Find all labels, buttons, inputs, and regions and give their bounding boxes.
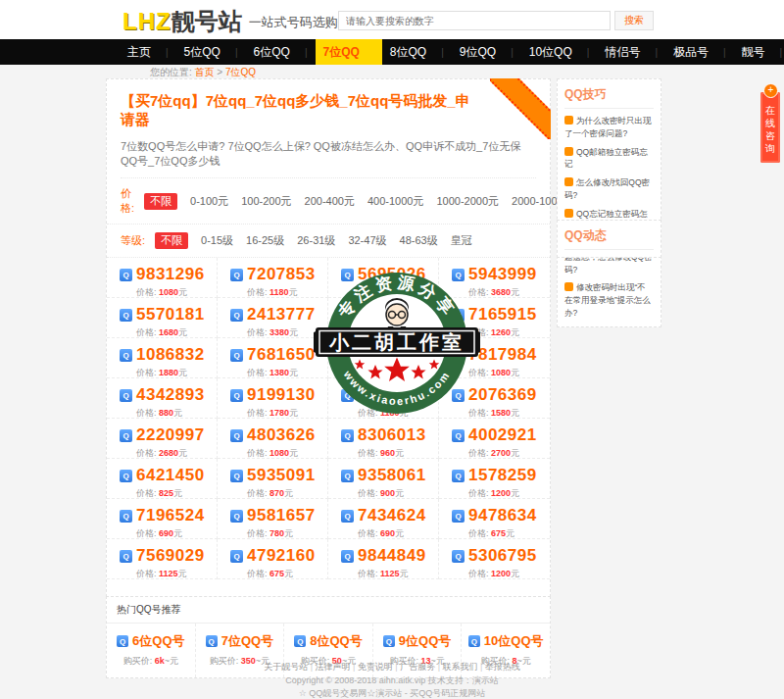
qq-number-card[interactable]: Q 2076369 价格: 1580元 [439,378,550,419]
price-label: 价格: [468,569,489,578]
qq-number: 9358061 [358,466,426,485]
nav-item[interactable]: 极品号 [665,39,734,65]
nav-item[interactable]: 7位QQ [316,39,382,65]
hot-card-name: 7位QQ号 [221,632,273,650]
qq-number-card[interactable]: Q 9199130 价格: 1780元 [218,378,328,419]
qq-number-card[interactable]: Q 1086832 价格: 1880元 [107,338,218,378]
nav-item[interactable]: 9位QQ [452,39,521,65]
qq-number: 5943999 [468,265,537,284]
qq-number-card[interactable]: Q 2413777 价格: 3380元 [218,298,328,338]
price-value: 1200 [491,569,511,578]
footer-link[interactable]: 广告服务 [400,662,442,672]
qq-icon: Q [452,349,465,362]
qq-number-row: Q 7569029 [120,546,217,566]
qq-number-card[interactable]: Q 7681650 价格: 1380元 [218,338,328,378]
qq-number-card[interactable]: Q 4342893 价格: 880元 [107,378,218,419]
search-input[interactable] [338,11,611,30]
qq-number-card[interactable]: Q 5695026 价格: 1180元 [328,258,439,298]
qq-number-card[interactable]: Q 9478634 价格: 675元 [439,499,550,539]
qq-number: 7165915 [468,305,537,325]
qq-number-card[interactable]: Q 7196524 价格: 690元 [107,499,218,539]
tip-bullet-icon [564,209,573,218]
level-filter-option[interactable]: 48-63级 [400,233,438,248]
level-filter-option[interactable]: 皇冠 [451,233,472,248]
sidebar-tips-box: QQ技巧 为什么改密时只出现了一个密保问题? QQ邮箱独立密码忘记 怎么修改/找… [557,78,662,327]
qq-number-card[interactable]: Q 7131059 价格: 1480元 [328,298,439,338]
qq-number-card[interactable]: Q 4792160 价格: 675元 [218,539,328,579]
nav-item[interactable]: 8位QQ [382,39,452,65]
qq-number-card[interactable]: Q 7434624 价格: 690元 [328,499,439,539]
tip-link[interactable]: QQ邮箱独立密码忘记 [564,146,654,172]
price-value: 1260 [491,327,511,337]
price-label: 价格: [468,287,489,297]
price-filter-option[interactable]: 0-100元 [190,194,228,209]
tip-link[interactable]: 为什么改密时只出现了一个密保问题? [564,115,654,140]
qq-number-card[interactable]: Q 9358061 价格: 900元 [328,459,439,499]
qq-number-card[interactable]: Q 9831296 价格: 1080元 [107,258,218,298]
level-filter-row: 等级: 不限 0-15级 16-25级 26-31级 32-47级 48-63级… [107,225,550,258]
breadcrumb-home-link[interactable]: 首页 [195,67,215,77]
footer-link[interactable]: 免责说明 [358,662,400,672]
price-filter-option[interactable]: 100-200元 [241,194,291,209]
price-filter-option[interactable]: 不限 [144,193,177,210]
nav-item[interactable]: 主页 [120,39,176,65]
qq-number-card[interactable]: Q 7569029 价格: 1125元 [107,539,218,579]
tip-text: 为什么改密时只出现了一个密保问题? [564,116,652,138]
qq-number-row: Q 7165915 [452,305,550,325]
price-filter-option[interactable]: 400-1000元 [368,194,424,209]
price-unit: 元 [289,368,298,377]
qq-number-card[interactable]: Q 7207853 价格: 1180元 [218,258,328,298]
qq-number-card[interactable]: Q 4803626 价格: 1080元 [218,419,328,459]
footer-link[interactable]: 法律声明 [315,662,357,672]
qq-number-card[interactable]: Q 8897403 价格: 1180元 [328,378,439,419]
nav-item[interactable]: 情侣号 [597,39,665,65]
qq-number-row: Q 2220997 [120,425,217,445]
qq-number-card[interactable]: Q 7817984 价格: 1080元 [439,338,550,378]
price-unit: 元 [400,327,409,337]
qq-number-card[interactable]: Q 1578259 价格: 1200元 [439,459,550,499]
level-filter-option[interactable]: 0-15级 [201,233,233,248]
tip-bullet-icon [564,116,573,125]
price-label: 价格: [358,569,378,578]
qq-number-card[interactable]: Q 9844849 价格: 1125元 [328,539,439,579]
search-button[interactable]: 搜索 [614,11,654,30]
qq-number-card[interactable]: Q 5943999 价格: 3680元 [439,258,550,298]
qq-number-card[interactable]: Q 8306013 价格: 960元 [328,419,439,459]
price-filter-option[interactable]: 1000-2000元 [436,194,499,209]
level-filter-option[interactable]: 16-25级 [246,233,284,248]
nav-item[interactable]: 靓号 [734,39,784,65]
level-filter-option[interactable]: 不限 [155,232,188,249]
price-label: 价格: [358,488,378,498]
qq-number-card[interactable]: Q 4002921 价格: 2700元 [439,419,550,459]
qq-number-card[interactable]: Q 9581657 价格: 780元 [218,499,328,539]
price-unit: 元 [511,488,519,498]
price-filter-option[interactable]: 200-400元 [305,194,355,209]
nav-item[interactable]: 5位QQ [176,39,246,65]
qq-icon: Q [120,470,132,482]
qq-number-card[interactable]: Q 7165915 价格: 1260元 [439,298,550,338]
qq-icon: Q [452,510,465,523]
level-filter-option[interactable]: 32-47级 [348,233,386,248]
qq-number-card[interactable]: Q 5306795 价格: 1200元 [439,539,550,579]
qq-icon: Q [452,429,465,442]
qq-number-card[interactable]: Q 5935091 价格: 870元 [218,459,328,499]
consult-plus-icon[interactable]: + [763,83,778,98]
price-unit: 元 [511,448,519,458]
tip-link[interactable]: 修改密码时出现“不在常用登录地”提示怎么办? [564,281,654,319]
footer-link[interactable]: 举报热线 [485,662,520,672]
qq-number-card[interactable]: Q 8262573 价格: 1280元 [328,338,439,378]
qq-number-card[interactable]: Q 6421450 价格: 825元 [107,459,218,499]
tip-link[interactable]: 怎么修改/找回QQ密码? [564,176,654,202]
nav-item[interactable]: 10位QQ [521,39,598,65]
price-unit: 元 [400,368,409,377]
qq-number-card[interactable]: Q 5570181 价格: 1680元 [107,298,218,338]
footer-link[interactable]: 关于靓号站 [264,662,315,672]
site-logo[interactable]: LHZ靓号站一站式号码选购平台 [122,6,364,37]
qq-number-card[interactable]: Q 2220997 价格: 2680元 [107,419,218,459]
price-value: 1780 [270,408,289,418]
footer-link[interactable]: 联系我们 [443,662,485,672]
qq-icon: Q [452,389,465,402]
online-consult-tab[interactable]: 在线咨询 [760,92,780,163]
level-filter-option[interactable]: 26-31级 [297,233,335,248]
nav-item[interactable]: 6位QQ [246,39,316,65]
